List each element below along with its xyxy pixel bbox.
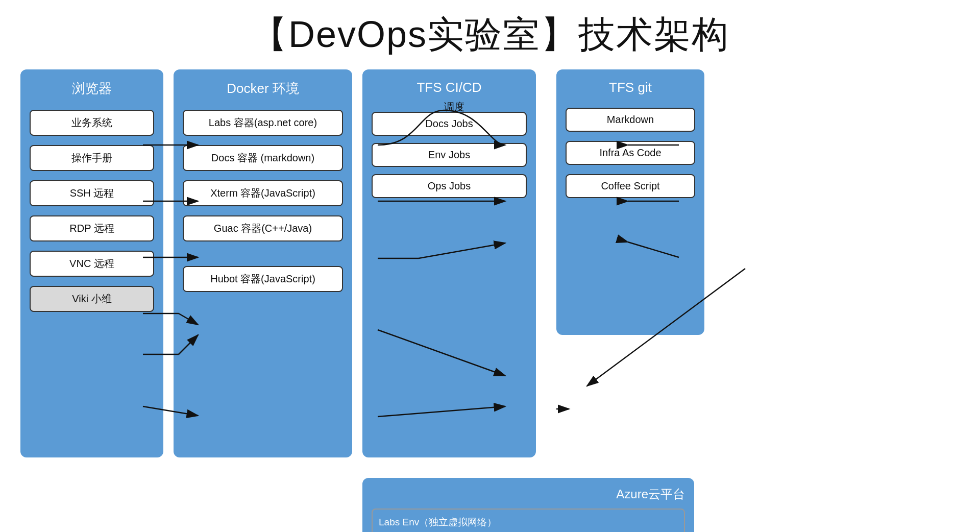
tfscicd-item-0: Docs Jobs bbox=[372, 112, 527, 136]
azure-column: Azure云平台 Labs Env（独立虚拟网络） Machine Machin… bbox=[362, 478, 694, 532]
tfscicd-column: TFS CI/CD Docs Jobs Env Jobs Ops Jobs bbox=[362, 69, 536, 457]
docker-header: Docker 环境 bbox=[183, 80, 343, 98]
docker-item-0: Labs 容器(asp.net core) bbox=[183, 110, 343, 136]
browser-column: 浏览器 业务系统 操作手册 SSH 远程 RDP 远程 VNC 远程 Viki … bbox=[20, 69, 163, 457]
browser-header: 浏览器 bbox=[30, 80, 154, 98]
page-title: 【DevOps实验室】技术架构 bbox=[0, 0, 980, 64]
browser-item-4: VNC 远程 bbox=[30, 251, 154, 277]
labs-env-title: Labs Env（独立虚拟网络） bbox=[379, 516, 678, 529]
browser-item-3: RDP 远程 bbox=[30, 215, 154, 241]
dispatch-label: 调度 bbox=[444, 100, 464, 114]
tfsgit-item-1: Infra As Code bbox=[566, 141, 695, 165]
labs-env-box: Labs Env（独立虚拟网络） Machine Machine Paas Ob… bbox=[372, 509, 685, 532]
tfsgit-column: TFS git Markdown Infra As Code Coffee Sc… bbox=[556, 69, 704, 335]
tfscicd-item-1: Env Jobs bbox=[372, 143, 527, 167]
browser-item-5: Viki 小维 bbox=[30, 286, 154, 312]
docker-item-2: Xterm 容器(JavaScript) bbox=[183, 180, 343, 206]
docker-item-4: Hubot 容器(JavaScript) bbox=[183, 266, 343, 292]
azure-header: Azure云平台 bbox=[372, 486, 685, 502]
docker-item-3: Guac 容器(C++/Java) bbox=[183, 215, 343, 241]
tfsgit-header: TFS git bbox=[566, 80, 695, 95]
browser-item-0: 业务系统 bbox=[30, 110, 154, 136]
tfsgit-item-0: Markdown bbox=[566, 108, 695, 132]
tfscicd-header: TFS CI/CD bbox=[372, 80, 527, 95]
docker-item-1: Docs 容器 (markdown) bbox=[183, 145, 343, 171]
browser-item-2: SSH 远程 bbox=[30, 180, 154, 206]
browser-item-1: 操作手册 bbox=[30, 145, 154, 171]
tfscicd-item-2: Ops Jobs bbox=[372, 174, 527, 198]
tfsgit-item-2: Coffee Script bbox=[566, 174, 695, 198]
docker-column: Docker 环境 Labs 容器(asp.net core) Docs 容器 … bbox=[174, 69, 352, 457]
